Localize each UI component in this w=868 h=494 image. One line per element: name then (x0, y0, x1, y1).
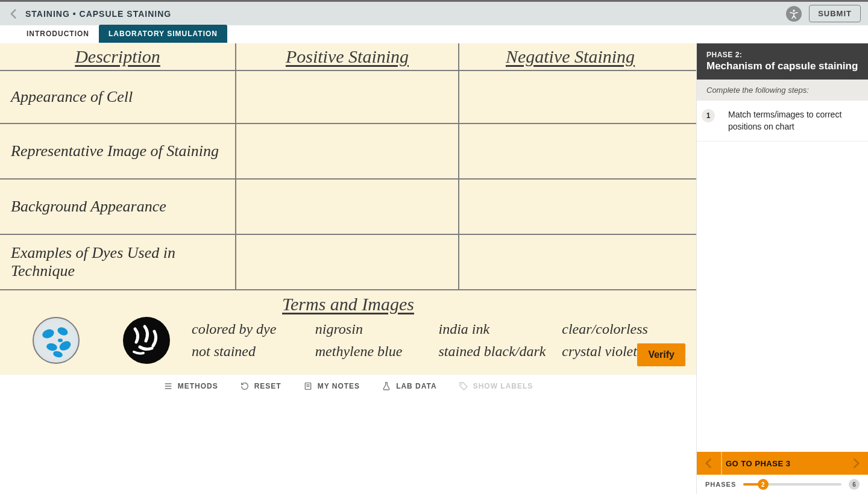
reset-icon (240, 381, 250, 391)
methods-button[interactable]: METHODS (163, 381, 218, 391)
draggable-image-negative[interactable] (123, 317, 170, 364)
draggable-term-not-stained[interactable]: not stained (192, 343, 315, 360)
reset-button[interactable]: RESET (240, 381, 281, 391)
draggable-term-nigrosin[interactable]: nigrosin (315, 321, 439, 337)
draggable-term-india-ink[interactable]: india ink (439, 321, 562, 337)
chart-row-appearance: Appearance of Cell (0, 70, 696, 123)
phase-kicker: PHASE 2: (706, 51, 858, 59)
show-labels-label: SHOW LABELS (473, 382, 533, 390)
svg-point-1 (41, 328, 55, 340)
phase-next-label[interactable]: GO TO PHASE 3 (721, 452, 844, 475)
tag-icon (459, 381, 468, 391)
submit-button[interactable]: SUBMIT (809, 5, 861, 22)
lab-data-button[interactable]: LAB DATA (382, 381, 437, 391)
back-button[interactable] (7, 7, 20, 20)
drop-target-negative-image[interactable] (458, 124, 681, 178)
svg-point-0 (793, 10, 795, 11)
svg-point-3 (46, 343, 58, 352)
svg-point-8 (461, 384, 462, 385)
svg-point-5 (52, 350, 63, 358)
chart-header-row: Description Positive Staining Negative S… (0, 43, 696, 70)
phase-nav: GO TO PHASE 3 (697, 452, 868, 475)
verify-button[interactable]: Verify (637, 343, 685, 366)
row-label-image: Representative Image of Staining (0, 124, 235, 178)
row-label-appearance: Appearance of Cell (0, 71, 235, 123)
row-label-dyes: Examples of Dyes Used in Technique (0, 235, 235, 289)
drop-target-positive-background[interactable] (235, 180, 458, 234)
phase-slider: PHASES 2 6 (697, 475, 868, 494)
svg-point-6 (58, 339, 63, 342)
phase-sidebar: PHASE 2: Mechanism of capsule staining C… (696, 43, 868, 494)
drop-target-positive-dyes[interactable] (235, 235, 458, 289)
lab-area: Description Positive Staining Negative S… (0, 43, 696, 375)
chevron-left-icon (8, 8, 20, 20)
phase-header: PHASE 2: Mechanism of capsule staining (697, 43, 868, 80)
tab-bar: INTRODUCTION LABORATORY SIMULATION (0, 25, 868, 43)
col-header-negative: Negative Staining (458, 43, 681, 70)
phase-slider-max: 6 (849, 479, 860, 490)
drop-target-positive-appearance[interactable] (235, 71, 458, 123)
top-bar: STAINING • CAPSULE STAINING SUBMIT (0, 0, 868, 25)
chevron-right-icon (850, 457, 862, 469)
tab-introduction[interactable]: INTRODUCTION (17, 25, 99, 43)
flask-icon (382, 381, 391, 391)
phase-title: Mechanism of capsule staining (706, 60, 858, 72)
chart-row-dyes: Examples of Dyes Used in Technique (0, 234, 696, 290)
step-row: 1 Match terms/images to correct position… (697, 101, 868, 142)
draggable-term-stained-black[interactable]: stained black/dark (439, 343, 562, 360)
reset-label: RESET (254, 382, 281, 390)
lab-data-label: LAB DATA (396, 382, 437, 390)
drop-target-negative-appearance[interactable] (458, 71, 681, 123)
methods-label: METHODS (178, 382, 218, 390)
show-labels-button: SHOW LABELS (459, 381, 533, 391)
list-icon (163, 381, 173, 391)
col-header-description: Description (0, 43, 235, 70)
drop-target-positive-image[interactable] (235, 124, 458, 178)
microscope-blue-cells-icon (34, 318, 80, 364)
tab-laboratory-simulation[interactable]: LABORATORY SIMULATION (99, 25, 227, 43)
svg-point-2 (56, 326, 69, 337)
lab-toolbar: METHODS RESET MY NOTES LAB DATA SHOW LAB… (0, 375, 696, 398)
terms-title: Terms and Images (11, 294, 685, 314)
step-text: Match terms/images to correct positions … (728, 109, 858, 133)
phase-next-button[interactable] (844, 452, 868, 475)
draggable-term-methylene-blue[interactable]: methylene blue (315, 343, 439, 360)
draggable-term-clear-colorless[interactable]: clear/colorless (562, 321, 685, 337)
drop-target-negative-background[interactable] (458, 180, 681, 234)
draggable-term-colored-by-dye[interactable]: colored by dye (192, 321, 315, 337)
my-notes-label: MY NOTES (318, 382, 360, 390)
phase-instruction: Complete the following steps: (697, 80, 868, 101)
breadcrumb: STAINING • CAPSULE STAINING (25, 9, 171, 19)
drop-target-negative-dyes[interactable] (458, 235, 681, 289)
staining-chart: Description Positive Staining Negative S… (0, 43, 696, 290)
terms-section: Terms and Images (0, 290, 696, 375)
microscope-white-rods-icon (123, 317, 170, 364)
chevron-left-icon (703, 457, 715, 469)
phase-prev-button[interactable] (697, 452, 721, 475)
phase-slider-thumb[interactable]: 2 (758, 479, 769, 490)
draggable-image-positive[interactable] (33, 317, 80, 364)
chart-row-background: Background Appearance (0, 178, 696, 234)
notes-icon (303, 381, 313, 391)
step-number-badge: 1 (702, 109, 715, 122)
phase-slider-label: PHASES (705, 481, 736, 488)
row-label-background: Background Appearance (0, 180, 235, 234)
my-notes-button[interactable]: MY NOTES (303, 381, 360, 391)
chart-row-image: Representative Image of Staining (0, 123, 696, 178)
col-header-positive: Positive Staining (235, 43, 458, 70)
accessibility-button[interactable] (786, 6, 802, 22)
accessibility-icon (788, 8, 799, 19)
main-area: Description Positive Staining Negative S… (0, 43, 696, 494)
phase-slider-track[interactable]: 2 (743, 483, 841, 486)
